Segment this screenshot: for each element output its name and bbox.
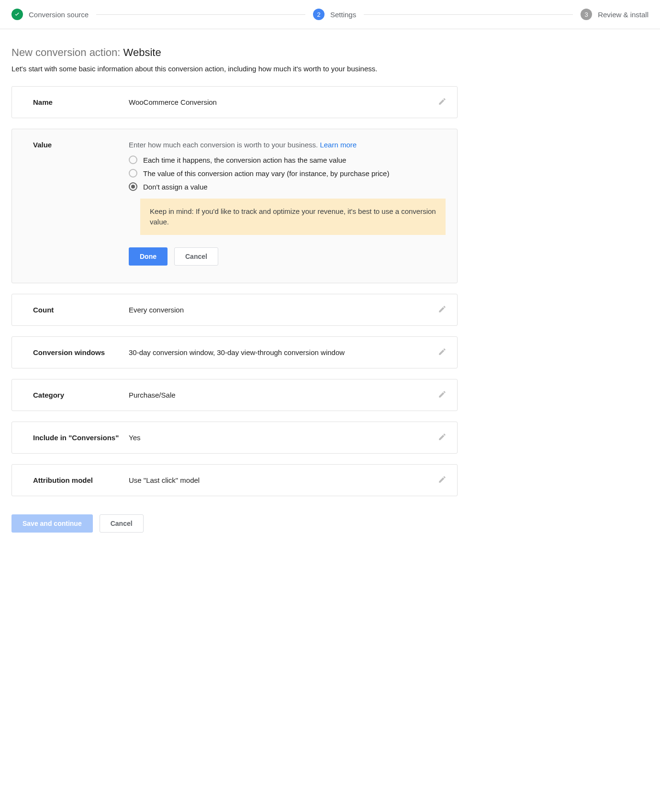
card-value: Every conversion (129, 306, 446, 314)
radio-label: Each time it happens, the conversion act… (143, 156, 346, 164)
step-divider (364, 14, 573, 15)
radio-icon (129, 169, 137, 178)
radio-option-no-value[interactable]: Don't assign a value (129, 182, 446, 191)
step-divider (96, 14, 305, 15)
pencil-icon[interactable] (438, 475, 447, 485)
cancel-button[interactable]: Cancel (174, 247, 218, 266)
card-value: Yes (129, 434, 446, 442)
save-and-continue-button[interactable]: Save and continue (11, 514, 93, 533)
pencil-icon[interactable] (438, 97, 447, 107)
card-label: Conversion windows (33, 348, 129, 356)
page-title-prefix: New conversion action: (11, 46, 123, 58)
done-button[interactable]: Done (129, 247, 168, 266)
card-label: Count (33, 306, 129, 314)
card-include-conversions[interactable]: Include in "Conversions" Yes (11, 422, 458, 454)
page-title-strong: Website (123, 46, 161, 58)
card-count[interactable]: Count Every conversion (11, 294, 458, 326)
step-label: Settings (330, 11, 356, 19)
step-number-icon: 2 (313, 9, 324, 20)
pencil-icon[interactable] (438, 433, 447, 442)
stepper: Conversion source 2 Settings 3 Review & … (0, 0, 660, 29)
card-label: Category (33, 391, 129, 399)
card-label: Include in "Conversions" (33, 434, 129, 442)
step-review-install[interactable]: 3 Review & install (581, 9, 649, 20)
cancel-button[interactable]: Cancel (100, 514, 144, 533)
card-label: Name (33, 98, 129, 106)
card-conversion-windows[interactable]: Conversion windows 30-day conversion win… (11, 336, 458, 368)
step-label: Conversion source (29, 11, 89, 19)
pencil-icon[interactable] (438, 390, 447, 400)
radio-icon (129, 156, 137, 164)
card-value: Use "Last click" model (129, 476, 446, 484)
radio-option-varies[interactable]: The value of this conversion action may … (129, 169, 446, 178)
page-content: New conversion action: Website Let's sta… (0, 29, 469, 561)
card-value: 30-day conversion window, 30-day view-th… (129, 348, 446, 356)
card-label: Value (33, 141, 129, 266)
page-description: Let's start with some basic information … (11, 65, 458, 73)
card-value-expanded: Value Enter how much each conversion is … (11, 129, 458, 283)
radio-icon (129, 182, 137, 191)
pencil-icon[interactable] (438, 305, 447, 314)
step-settings[interactable]: 2 Settings (313, 9, 356, 20)
step-label: Review & install (598, 11, 649, 19)
check-icon (11, 9, 23, 20)
value-help-text: Enter how much each conversion is worth … (129, 141, 446, 149)
step-conversion-source[interactable]: Conversion source (11, 9, 89, 20)
page-title: New conversion action: Website (11, 46, 458, 59)
value-help-prefix: Enter how much each conversion is worth … (129, 141, 320, 149)
warning-box: Keep in mind: If you'd like to track and… (140, 199, 446, 235)
pencil-icon[interactable] (438, 347, 447, 357)
radio-label: Don't assign a value (143, 183, 208, 191)
card-attribution-model[interactable]: Attribution model Use "Last click" model (11, 464, 458, 496)
radio-option-same-value[interactable]: Each time it happens, the conversion act… (129, 156, 446, 164)
card-value: Purchase/Sale (129, 391, 446, 399)
radio-label: The value of this conversion action may … (143, 169, 389, 178)
card-name[interactable]: Name WooCommerce Conversion (11, 86, 458, 118)
card-label: Attribution model (33, 476, 129, 484)
learn-more-link[interactable]: Learn more (320, 141, 357, 149)
card-category[interactable]: Category Purchase/Sale (11, 379, 458, 411)
step-number-icon: 3 (581, 9, 592, 20)
card-value: WooCommerce Conversion (129, 98, 446, 106)
